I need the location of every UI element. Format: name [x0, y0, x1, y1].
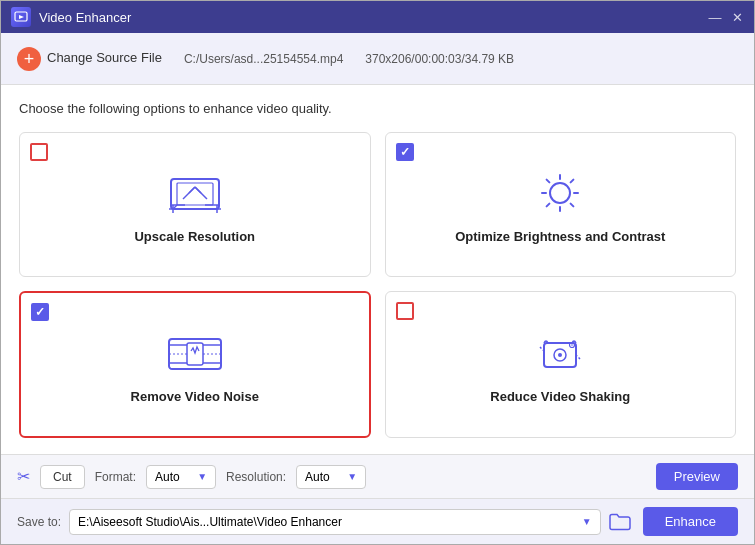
resolution-label: Resolution:: [226, 470, 286, 484]
shaking-checkbox[interactable]: [396, 302, 414, 320]
minimize-button[interactable]: —: [708, 10, 722, 24]
title-bar-controls: — ✕: [708, 10, 744, 24]
change-source-button[interactable]: + Change Source File: [17, 47, 162, 71]
svg-line-22: [547, 204, 550, 207]
file-name: C:/Users/asd...25154554.mp4: [184, 52, 343, 66]
file-meta: 370x206/00:00:03/34.79 KB: [365, 52, 514, 66]
save-to-label: Save to:: [17, 515, 61, 529]
save-path-box: E:\Aiseesoft Studio\Ais...Ultimate\Video…: [69, 509, 635, 535]
format-value: Auto: [155, 470, 180, 484]
browse-folder-button[interactable]: [605, 509, 635, 535]
close-button[interactable]: ✕: [730, 10, 744, 24]
noise-checkbox[interactable]: ✓: [31, 303, 49, 321]
svg-line-20: [571, 204, 574, 207]
save-bar: Save to: E:\Aiseesoft Studio\Ais...Ultim…: [1, 498, 754, 544]
shaking-label: Reduce Video Shaking: [490, 389, 630, 404]
options-grid: Upscale Resolution ✓: [19, 132, 736, 438]
upscale-checkbox[interactable]: [30, 143, 48, 161]
save-path-arrow-icon: ▼: [582, 516, 592, 527]
noise-check-icon: ✓: [35, 305, 45, 319]
format-label: Format:: [95, 470, 136, 484]
svg-point-33: [558, 353, 562, 357]
app-window: Video Enhancer — ✕ + Change Source File …: [0, 0, 755, 545]
svg-point-14: [550, 183, 570, 203]
brightness-checkbox[interactable]: ✓: [396, 143, 414, 161]
format-arrow-icon: ▼: [197, 471, 207, 482]
app-icon: [11, 7, 31, 27]
svg-line-8: [189, 187, 195, 193]
option-shaking[interactable]: Reduce Video Shaking: [385, 291, 737, 438]
instruction-text: Choose the following options to enhance …: [19, 101, 736, 116]
preview-button[interactable]: Preview: [656, 463, 738, 490]
change-source-label: Change Source File: [47, 50, 162, 67]
svg-point-35: [571, 344, 573, 346]
title-bar-left: Video Enhancer: [11, 7, 131, 27]
shaking-icon: [530, 329, 590, 379]
window-title: Video Enhancer: [39, 10, 131, 25]
svg-marker-1: [19, 15, 24, 19]
bottom-bar: ✂ Cut Format: Auto ▼ Resolution: Auto ▼ …: [1, 454, 754, 498]
svg-rect-5: [177, 183, 213, 205]
title-bar: Video Enhancer — ✕: [1, 1, 754, 33]
enhance-button[interactable]: Enhance: [643, 507, 738, 536]
toolbar: + Change Source File C:/Users/asd...2515…: [1, 33, 754, 85]
noise-icon: [165, 329, 225, 379]
svg-line-19: [547, 180, 550, 183]
resolution-dropdown[interactable]: Auto ▼: [296, 465, 366, 489]
main-content: Choose the following options to enhance …: [1, 85, 754, 454]
brightness-icon: [530, 169, 590, 219]
save-path-dropdown[interactable]: E:\Aiseesoft Studio\Ais...Ultimate\Video…: [69, 509, 601, 535]
resolution-value: Auto: [305, 470, 330, 484]
brightness-label: Optimize Brightness and Contrast: [455, 229, 665, 244]
option-upscale[interactable]: Upscale Resolution: [19, 132, 371, 277]
save-path-text: E:\Aiseesoft Studio\Ais...Ultimate\Video…: [78, 515, 342, 529]
resolution-arrow-icon: ▼: [347, 471, 357, 482]
brightness-check-icon: ✓: [400, 145, 410, 159]
scissors-icon: ✂: [17, 467, 30, 486]
format-dropdown[interactable]: Auto ▼: [146, 465, 216, 489]
upscale-icon: [165, 169, 225, 219]
upscale-label: Upscale Resolution: [134, 229, 255, 244]
option-brightness[interactable]: ✓ Optimize Brightness and: [385, 132, 737, 277]
cut-button[interactable]: Cut: [40, 465, 85, 489]
option-noise[interactable]: ✓ Remove Video Noise: [19, 291, 371, 438]
svg-line-21: [571, 180, 574, 183]
plus-icon: +: [17, 47, 41, 71]
noise-label: Remove Video Noise: [131, 389, 259, 404]
